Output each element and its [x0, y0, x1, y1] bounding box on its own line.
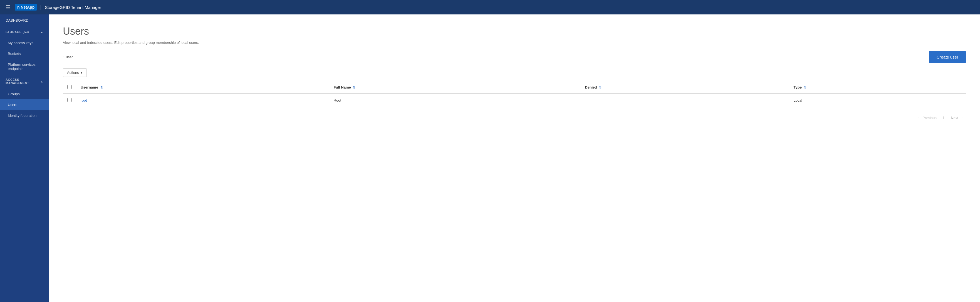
sidebar-section-storage[interactable]: STORAGE (S3) ▲: [0, 26, 49, 38]
table-row: root Root Local: [63, 93, 966, 107]
col-header-full-name: Full Name ⇅: [329, 81, 581, 93]
main-layout: DASHBOARD STORAGE (S3) ▲ My access keys …: [0, 14, 980, 302]
actions-row: Actions ▾: [63, 68, 966, 77]
sidebar-item-dashboard[interactable]: DASHBOARD: [0, 14, 49, 26]
fullname-sort-icon[interactable]: ⇅: [353, 86, 355, 89]
storage-chevron-icon: ▲: [41, 30, 43, 33]
toolbar-row: 1 user Create user: [63, 51, 966, 63]
previous-arrow-icon: ←: [918, 115, 921, 120]
menu-icon[interactable]: ☰: [6, 4, 11, 11]
previous-label: Previous: [923, 116, 937, 120]
row-username: root: [76, 93, 329, 107]
top-header: ☰ n NetApp | StorageGRID Tenant Manager: [0, 0, 980, 14]
previous-button[interactable]: ← Previous: [915, 114, 939, 122]
table-header-row: Username ⇅ Full Name ⇅ Denied ⇅ Type ⇅: [63, 81, 966, 93]
app-title: StorageGRID Tenant Manager: [45, 5, 101, 10]
create-user-button[interactable]: Create user: [929, 51, 966, 63]
netapp-logo: n NetApp: [15, 4, 37, 11]
logo-text: NetApp: [21, 5, 35, 9]
col-header-denied: Denied ⇅: [581, 81, 789, 93]
col-header-type: Type ⇅: [789, 81, 966, 93]
logo-area: n NetApp | StorageGRID Tenant Manager: [15, 4, 101, 11]
user-count: 1 user: [63, 55, 73, 59]
sidebar-item-my-access-keys[interactable]: My access keys: [0, 38, 49, 48]
next-label: Next: [951, 116, 958, 120]
current-page-number: 1: [943, 116, 945, 120]
users-table: Username ⇅ Full Name ⇅ Denied ⇅ Type ⇅: [63, 81, 966, 107]
pagination-row: ← Previous 1 Next →: [63, 114, 966, 122]
username-link[interactable]: root: [81, 98, 87, 103]
sidebar-item-identity-federation[interactable]: Identity federation: [0, 110, 49, 121]
sidebar-item-users[interactable]: Users: [0, 100, 49, 110]
sidebar-item-buckets[interactable]: Buckets: [0, 48, 49, 59]
sidebar-item-groups[interactable]: Groups: [0, 89, 49, 100]
sidebar: DASHBOARD STORAGE (S3) ▲ My access keys …: [0, 14, 49, 302]
sidebar-section-access-management[interactable]: ACCESS MANAGEMENT ▲: [0, 74, 49, 89]
select-all-checkbox-cell: [63, 81, 76, 93]
actions-button[interactable]: Actions ▾: [63, 68, 87, 77]
row-checkbox-cell: [63, 93, 76, 107]
main-content: Users View local and federated users. Ed…: [49, 14, 980, 302]
logo-icon: n: [17, 5, 20, 9]
row-denied: [581, 93, 789, 107]
row-full-name: Root: [329, 93, 581, 107]
select-all-checkbox[interactable]: [67, 85, 72, 89]
col-header-username: Username ⇅: [76, 81, 329, 93]
page-title: Users: [63, 25, 966, 37]
next-arrow-icon: →: [959, 115, 963, 120]
next-button[interactable]: Next →: [948, 114, 966, 122]
page-description: View local and federated users. Edit pro…: [63, 41, 966, 45]
actions-label: Actions: [67, 71, 79, 75]
username-sort-icon[interactable]: ⇅: [100, 86, 103, 89]
row-type: Local: [789, 93, 966, 107]
type-sort-icon[interactable]: ⇅: [804, 86, 807, 89]
sidebar-item-platform-services-endpoints[interactable]: Platform services endpoints: [0, 59, 49, 74]
access-mgmt-chevron-icon: ▲: [41, 80, 43, 83]
denied-sort-icon[interactable]: ⇅: [599, 86, 601, 89]
row-checkbox[interactable]: [67, 98, 72, 102]
actions-chevron-icon: ▾: [81, 71, 83, 75]
header-divider: |: [40, 4, 41, 11]
